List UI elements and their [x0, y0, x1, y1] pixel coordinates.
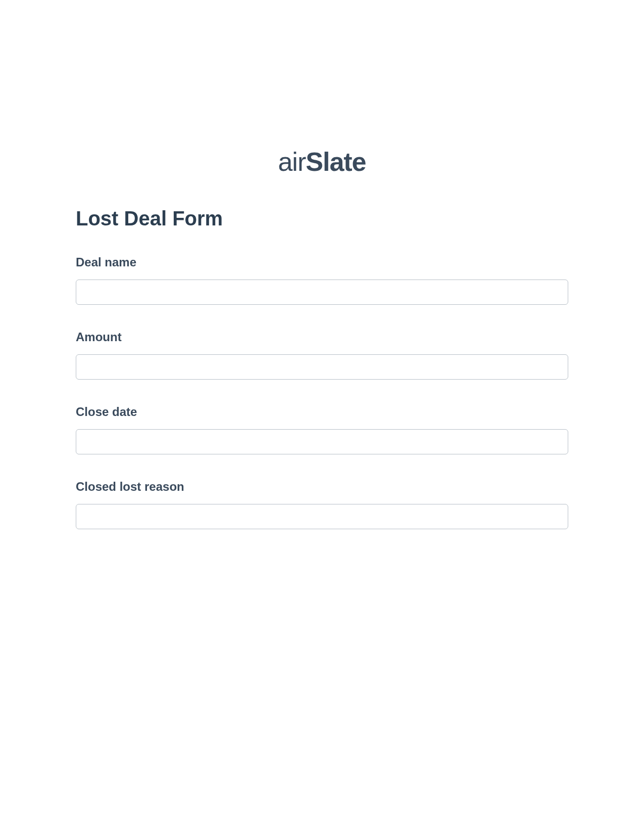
airslate-logo: airSlate — [278, 147, 366, 177]
form-title: Lost Deal Form — [76, 207, 568, 230]
deal-name-field: Deal name — [76, 255, 568, 305]
deal-name-input[interactable] — [76, 280, 568, 305]
logo-container: airSlate — [76, 147, 568, 177]
deal-name-label: Deal name — [76, 255, 568, 269]
amount-input[interactable] — [76, 354, 568, 380]
logo-text-part1: air — [278, 147, 306, 176]
logo-text-part2: Slate — [306, 147, 366, 176]
close-date-input[interactable] — [76, 429, 568, 454]
closed-lost-reason-field: Closed lost reason — [76, 480, 568, 529]
closed-lost-reason-input[interactable] — [76, 504, 568, 529]
close-date-field: Close date — [76, 405, 568, 454]
close-date-label: Close date — [76, 405, 568, 419]
amount-label: Amount — [76, 330, 568, 344]
form-page: airSlate Lost Deal Form Deal name Amount… — [0, 0, 644, 529]
amount-field: Amount — [76, 330, 568, 380]
closed-lost-reason-label: Closed lost reason — [76, 480, 568, 494]
